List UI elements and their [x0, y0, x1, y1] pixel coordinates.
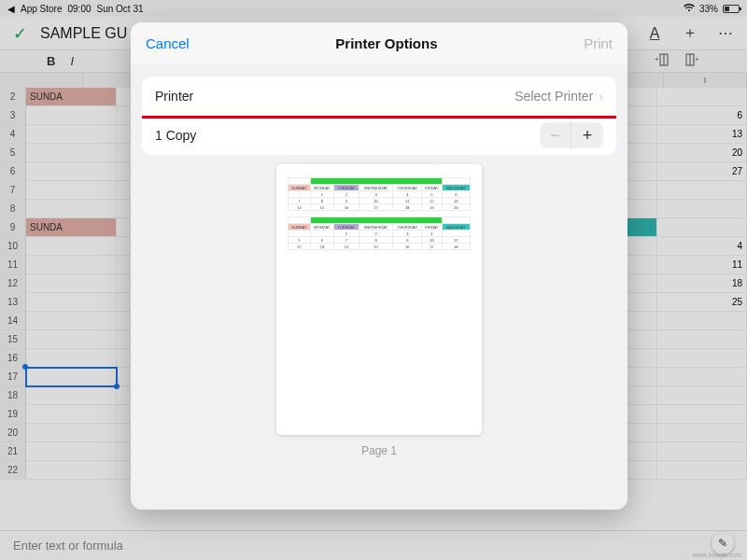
printer-options-modal: Cancel Printer Options Print Printer Sel… — [131, 22, 627, 510]
page-label: Page 1 — [361, 444, 397, 457]
copies-row: 1 Copy − + — [142, 116, 616, 155]
preview-table-1: SUNDAYMONDAYTUESDAYWEDNESDAYTHURSDAYFRID… — [288, 177, 471, 211]
chevron-right-icon: › — [599, 89, 603, 104]
print-preview: SUNDAYMONDAYTUESDAYWEDNESDAYTHURSDAYFRID… — [131, 155, 627, 510]
modal-title: Printer Options — [335, 35, 437, 51]
increment-button[interactable]: + — [571, 122, 603, 148]
preview-page[interactable]: SUNDAYMONDAYTUESDAYWEDNESDAYTHURSDAYFRID… — [276, 164, 482, 435]
copies-label: 1 Copy — [155, 128, 540, 143]
modal-header: Cancel Printer Options Print — [131, 22, 627, 63]
preview-table-2: SUNDAYMONDAYTUESDAYWEDNESDAYTHURSDAYFRID… — [288, 217, 471, 250]
options-group: Printer Select Printer › 1 Copy − + — [142, 77, 616, 155]
print-button: Print — [584, 35, 613, 51]
copies-stepper: − + — [540, 122, 603, 148]
cancel-button[interactable]: Cancel — [146, 35, 190, 51]
printer-value: Select Printer — [514, 89, 593, 104]
decrement-button[interactable]: − — [540, 122, 571, 148]
printer-row[interactable]: Printer Select Printer › — [142, 77, 616, 116]
printer-label: Printer — [155, 89, 514, 104]
